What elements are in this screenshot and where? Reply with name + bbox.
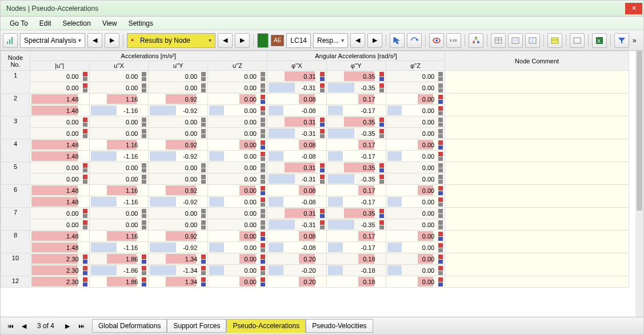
- value-cell[interactable]: 1.48: [30, 185, 89, 196]
- value-cell[interactable]: 0.00: [386, 196, 445, 208]
- value-cell[interactable]: -0.31: [267, 128, 326, 139]
- col-header-uz[interactable]: u''Z: [208, 61, 267, 71]
- value-cell[interactable]: 0.00: [149, 71, 208, 82]
- table-plain-icon[interactable]: [570, 33, 585, 48]
- decimals-icon[interactable]: x.xx: [446, 33, 461, 48]
- first-page-button[interactable]: ⏮: [4, 320, 17, 332]
- value-cell[interactable]: 0.08: [267, 139, 326, 151]
- comment-cell[interactable]: [445, 162, 629, 185]
- value-cell[interactable]: 0.92: [149, 185, 208, 196]
- value-cell[interactable]: -0.17: [326, 196, 386, 208]
- value-cell[interactable]: 0.00: [208, 116, 267, 128]
- tab-pseudo-velocities[interactable]: Pseudo-Velocities: [306, 319, 373, 333]
- value-cell[interactable]: 0.00: [30, 173, 89, 185]
- value-cell[interactable]: 0.00: [386, 128, 445, 139]
- value-cell[interactable]: 0.00: [386, 219, 445, 231]
- loadcase-select[interactable]: LC14: [286, 33, 311, 48]
- ae-chip[interactable]: AE: [271, 35, 284, 46]
- value-cell[interactable]: 2.30: [30, 265, 89, 276]
- value-cell[interactable]: 0.17: [326, 185, 386, 196]
- value-cell[interactable]: -0.35: [326, 173, 386, 185]
- node-id-cell[interactable]: 7: [1, 208, 30, 231]
- value-cell[interactable]: 0.00: [208, 128, 267, 139]
- col-header-phiz[interactable]: φ''Z: [386, 61, 445, 71]
- value-cell[interactable]: -0.92: [149, 151, 208, 162]
- value-cell[interactable]: 0.00: [89, 82, 149, 94]
- menu-edit[interactable]: Edit: [34, 18, 57, 29]
- value-cell[interactable]: 0.00: [149, 116, 208, 128]
- value-cell[interactable]: 0.00: [208, 94, 267, 105]
- value-cell[interactable]: 0.00: [386, 151, 445, 162]
- table-row[interactable]: 41.481.160.920.000.080.170.00: [1, 139, 629, 151]
- value-cell[interactable]: 0.00: [386, 139, 445, 151]
- menu-goto[interactable]: Go To: [4, 18, 34, 29]
- col-header-phix[interactable]: φ''X: [267, 61, 326, 71]
- value-cell[interactable]: 0.17: [326, 231, 386, 242]
- value-cell[interactable]: -1.86: [89, 265, 149, 276]
- node-id-cell[interactable]: 5: [1, 162, 30, 185]
- table-row-icon[interactable]: [508, 33, 523, 48]
- export-excel-icon[interactable]: X: [592, 33, 607, 48]
- node-id-cell[interactable]: 4: [1, 139, 30, 162]
- value-cell[interactable]: 0.00: [208, 139, 267, 151]
- analysis-icon-button[interactable]: [3, 33, 18, 48]
- results-mode-select[interactable]: • Results by Node ▾: [127, 33, 215, 48]
- node-id-cell[interactable]: 8: [1, 231, 30, 253]
- node-id-cell[interactable]: 3: [1, 116, 30, 139]
- close-button[interactable]: ✕: [625, 3, 642, 14]
- value-cell[interactable]: 0.00: [208, 276, 267, 288]
- value-cell[interactable]: 0.00: [30, 219, 89, 231]
- value-cell[interactable]: 0.00: [30, 208, 89, 219]
- value-cell[interactable]: 0.00: [386, 94, 445, 105]
- value-cell[interactable]: 1.48: [30, 139, 89, 151]
- value-cell[interactable]: 0.00: [386, 208, 445, 219]
- menu-settings[interactable]: Settings: [123, 18, 159, 29]
- value-cell[interactable]: 0.17: [326, 94, 386, 105]
- value-cell[interactable]: -1.34: [149, 265, 208, 276]
- value-cell[interactable]: 0.00: [89, 219, 149, 231]
- value-cell[interactable]: 0.92: [149, 94, 208, 105]
- col-header-node[interactable]: Node No.: [1, 51, 30, 71]
- value-cell[interactable]: -0.31: [267, 219, 326, 231]
- value-cell[interactable]: 0.00: [149, 82, 208, 94]
- value-cell[interactable]: 1.16: [89, 185, 149, 196]
- value-cell[interactable]: 1.86: [89, 276, 149, 288]
- value-cell[interactable]: 0.18: [326, 276, 386, 288]
- value-cell[interactable]: 0.00: [208, 253, 267, 265]
- value-cell[interactable]: 0.00: [89, 71, 149, 82]
- table-row[interactable]: 70.000.000.000.000.310.350.00: [1, 208, 629, 219]
- value-cell[interactable]: -0.35: [326, 82, 386, 94]
- overflow-indicator[interactable]: »: [631, 37, 638, 45]
- value-cell[interactable]: 2.30: [30, 253, 89, 265]
- nav-prev-button[interactable]: ◀: [218, 33, 233, 48]
- value-cell[interactable]: 0.00: [386, 265, 445, 276]
- table-row[interactable]: 30.000.000.000.000.310.350.00: [1, 116, 629, 128]
- value-cell[interactable]: -1.16: [89, 242, 149, 253]
- tree-icon[interactable]: [469, 33, 483, 48]
- value-cell[interactable]: 0.00: [386, 162, 445, 173]
- last-page-button[interactable]: ⏭: [75, 320, 87, 332]
- value-cell[interactable]: -0.17: [326, 105, 386, 116]
- comment-cell[interactable]: [445, 276, 629, 288]
- value-cell[interactable]: 0.00: [208, 242, 267, 253]
- value-cell[interactable]: 0.31: [267, 162, 326, 173]
- nav-next-button[interactable]: ▶: [105, 33, 119, 48]
- value-cell[interactable]: 1.86: [89, 253, 149, 265]
- select-arrow-icon[interactable]: [390, 33, 405, 48]
- value-cell[interactable]: 0.00: [149, 173, 208, 185]
- nav-next-button[interactable]: ▶: [235, 33, 250, 48]
- value-cell[interactable]: 0.00: [208, 173, 267, 185]
- value-cell[interactable]: -0.35: [326, 128, 386, 139]
- node-id-cell[interactable]: 6: [1, 185, 30, 208]
- table-row[interactable]: 21.481.160.920.000.080.170.00: [1, 94, 629, 105]
- table-row[interactable]: 102.301.861.340.000.200.180.00: [1, 253, 629, 265]
- sync-icon[interactable]: [407, 33, 422, 48]
- vertical-scrollbar[interactable]: [635, 51, 643, 317]
- value-cell[interactable]: -0.18: [326, 265, 386, 276]
- response-select[interactable]: Resp...▾: [313, 33, 348, 48]
- comment-cell[interactable]: [445, 231, 629, 253]
- value-cell[interactable]: 0.00: [208, 185, 267, 196]
- value-cell[interactable]: 0.08: [267, 94, 326, 105]
- value-cell[interactable]: 0.00: [149, 219, 208, 231]
- value-cell[interactable]: 0.00: [208, 265, 267, 276]
